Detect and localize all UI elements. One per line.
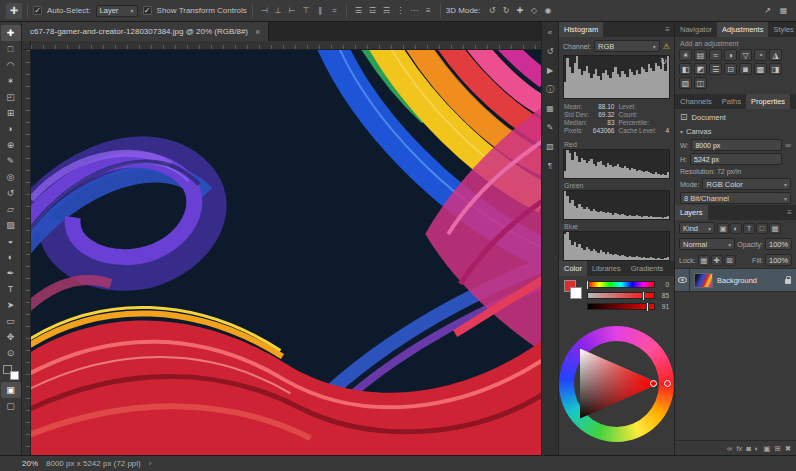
blur-icon[interactable]: ◒: [1, 233, 21, 249]
icon[interactable]: ⊣: [258, 4, 271, 17]
tab-styles[interactable]: Styles: [768, 22, 796, 37]
icon[interactable]: ⋮: [394, 4, 407, 17]
levels-icon[interactable]: ▤: [694, 49, 707, 61]
sat-slider-track[interactable]: [587, 292, 655, 299]
brushes-panel-icon[interactable]: ✎: [543, 121, 557, 133]
paragraph-panel-icon[interactable]: ¶: [543, 159, 557, 171]
color-mode-dropdown[interactable]: RGB Color ▾: [702, 178, 791, 190]
layer-visibility-toggle[interactable]: [675, 269, 690, 291]
new-layer-icon[interactable]: ⊞: [774, 444, 780, 453]
path-select-icon[interactable]: ➤: [1, 297, 21, 313]
channel-mixer-icon[interactable]: ☰: [709, 63, 722, 75]
icon[interactable]: ⊤: [300, 4, 313, 17]
sat-slider-thumb[interactable]: [642, 291, 645, 301]
document-type-row[interactable]: ⊡ Document: [675, 109, 796, 125]
icon[interactable]: ◉: [542, 4, 555, 17]
icon[interactable]: ⊠: [724, 255, 736, 266]
bit-depth-dropdown[interactable]: 8 Bit/Channel ▾: [680, 192, 791, 204]
icon[interactable]: ↺: [486, 4, 499, 17]
bri-slider-track[interactable]: [587, 303, 655, 310]
icon[interactable]: ✚: [514, 4, 527, 17]
fill-dropdown[interactable]: 100% ▾: [765, 254, 792, 266]
gradient-map-icon[interactable]: ▧: [679, 77, 692, 89]
shape-icon[interactable]: ▭: [1, 313, 21, 329]
color-wheel[interactable]: [559, 326, 674, 442]
link-dimensions-icon[interactable]: ∞: [785, 141, 791, 150]
color-balance-icon[interactable]: ◮: [769, 49, 782, 61]
move-icon[interactable]: ✚: [1, 25, 21, 41]
opacity-dropdown[interactable]: 100% ▾: [765, 238, 792, 250]
icon[interactable]: ◐: [730, 223, 742, 234]
zoom-level[interactable]: 20%: [22, 459, 38, 468]
horizontal-ruler[interactable]: [31, 41, 541, 50]
hue-slider-thumb[interactable]: [586, 280, 589, 290]
crop-icon[interactable]: ◰: [1, 89, 21, 105]
healing-brush-icon[interactable]: ⊕: [1, 137, 21, 153]
layer-effects-icon[interactable]: fx: [736, 444, 742, 453]
auto-select-checkbox[interactable]: ✓: [33, 6, 42, 15]
icon[interactable]: ≡: [422, 4, 435, 17]
pen-icon[interactable]: ✒: [1, 265, 21, 281]
hue-marker[interactable]: [664, 380, 671, 387]
collapse-dock-icon[interactable]: «: [543, 26, 557, 38]
black-white-icon[interactable]: ◧: [679, 63, 692, 75]
icon[interactable]: ∥: [314, 4, 327, 17]
panel-menu-icon[interactable]: ≡: [661, 22, 674, 37]
exposure-icon[interactable]: ◑: [724, 49, 737, 61]
canvas-artwork[interactable]: [31, 50, 541, 455]
background-color-swatch[interactable]: [10, 371, 19, 380]
tab-properties[interactable]: Properties: [746, 94, 790, 109]
tab-layers[interactable]: Layers: [675, 205, 708, 220]
vibrance-icon[interactable]: ▽: [739, 49, 752, 61]
background-color-swatch[interactable]: [570, 287, 582, 299]
icon[interactable]: ⊥: [272, 4, 285, 17]
filter-kind-dropdown[interactable]: Kind ▾: [679, 222, 715, 234]
icon[interactable]: ☲: [366, 4, 379, 17]
icon[interactable]: ↻: [500, 4, 513, 17]
eyedropper-icon[interactable]: ◗: [1, 121, 21, 137]
delete-layer-icon[interactable]: ✖: [785, 444, 791, 453]
tab-channels[interactable]: Channels: [675, 94, 717, 109]
new-adjustment-icon[interactable]: ◐: [755, 444, 760, 453]
swatches-panel-icon[interactable]: ▦: [543, 102, 557, 114]
tab-navigator[interactable]: Navigator: [675, 22, 717, 37]
info-panel-icon[interactable]: ⓘ: [543, 83, 557, 95]
gradient-icon[interactable]: ▨: [1, 217, 21, 233]
layer-mask-icon[interactable]: ◙: [746, 444, 751, 453]
icon[interactable]: ☴: [380, 4, 393, 17]
dodge-icon[interactable]: ◐: [1, 249, 21, 265]
quick-mask-icon[interactable]: ▣: [1, 382, 21, 398]
vertical-ruler[interactable]: [22, 50, 31, 455]
quick-select-icon[interactable]: ✶: [1, 73, 21, 89]
history-brush-icon[interactable]: ↺: [1, 185, 21, 201]
tab-adjustments[interactable]: Adjustments: [717, 22, 768, 37]
tab-color[interactable]: Color: [559, 261, 587, 276]
icon[interactable]: ▦: [769, 223, 781, 234]
brush-icon[interactable]: ✎: [1, 153, 21, 169]
marquee-icon[interactable]: □: [1, 41, 21, 57]
icon[interactable]: ⊢: [286, 4, 299, 17]
brightness-contrast-icon[interactable]: ☀: [679, 49, 692, 61]
invert-icon[interactable]: ◙: [739, 63, 752, 75]
tab-libraries[interactable]: Libraries: [587, 261, 626, 276]
icon[interactable]: ▦: [698, 255, 710, 266]
icon[interactable]: ☰: [352, 4, 365, 17]
height-field[interactable]: 5242 px: [690, 153, 782, 165]
canvas-section-header[interactable]: ▾ Canvas: [675, 125, 796, 138]
icon[interactable]: T: [743, 223, 755, 234]
bri-slider-thumb[interactable]: [646, 302, 649, 312]
layer-thumbnail[interactable]: [694, 273, 713, 288]
close-tab-icon[interactable]: ×: [255, 27, 260, 37]
icon[interactable]: =: [328, 4, 341, 17]
tab-paths[interactable]: Paths: [717, 94, 746, 109]
tab-gradients[interactable]: Gradients: [626, 261, 669, 276]
blend-mode-dropdown[interactable]: Normal ▾: [679, 238, 735, 250]
libraries-panel-icon[interactable]: ▧: [543, 140, 557, 152]
tab-histogram[interactable]: Histogram: [559, 22, 603, 37]
selective-color-icon[interactable]: ◫: [694, 77, 707, 89]
icon[interactable]: ⋯: [408, 4, 421, 17]
history-panel-icon[interactable]: ↺: [543, 45, 557, 57]
hue-saturation-icon[interactable]: ◔: [754, 49, 767, 61]
new-group-icon[interactable]: ▣: [763, 444, 770, 453]
color-lookup-icon[interactable]: ⊡: [724, 63, 737, 75]
